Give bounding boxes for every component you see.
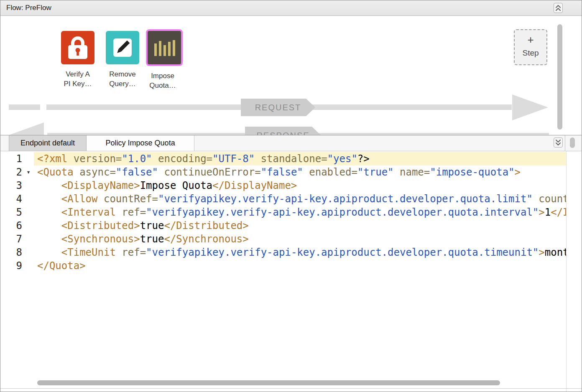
flow-panel-header: Flow: PreFlow bbox=[0, 0, 582, 16]
policy-label-line1: Impose bbox=[140, 71, 186, 81]
line-number: 4 bbox=[0, 192, 25, 206]
line-gutter: 7 bbox=[0, 232, 32, 246]
double-chevron-down-icon bbox=[555, 139, 561, 146]
fold-spacer bbox=[25, 232, 32, 246]
tab-policy-impose-quota[interactable]: Policy Impose Quota bbox=[87, 135, 194, 151]
double-chevron-up-icon bbox=[555, 5, 561, 11]
fold-spacer bbox=[25, 179, 32, 192]
editor-scrollbar-thumb[interactable] bbox=[570, 137, 575, 148]
fold-spacer bbox=[25, 259, 32, 272]
line-gutter: 3 bbox=[0, 179, 32, 192]
editor-horizontal-scrollbar-thumb[interactable] bbox=[37, 380, 500, 385]
code-editor[interactable]: 1<?xml version="1.0" encoding="UTF-8" st… bbox=[0, 151, 582, 392]
line-gutter: 2▾ bbox=[0, 165, 32, 179]
line-gutter: 8 bbox=[0, 246, 32, 259]
verify-api-key-lock-icon bbox=[61, 31, 94, 64]
response-label: RESPONSE bbox=[256, 131, 309, 135]
apigee-flow-editor: Flow: PreFlow Verify A PI Key… bbox=[0, 0, 582, 392]
fold-spacer bbox=[25, 152, 32, 165]
collapse-editor-panel-button[interactable] bbox=[554, 137, 563, 148]
request-flow-bar-segment bbox=[9, 104, 40, 110]
line-number: 5 bbox=[0, 206, 25, 219]
policy-label: Impose Quota… bbox=[140, 71, 186, 90]
code-text[interactable]: <Quota async="false" continueOnError="fa… bbox=[34, 165, 567, 179]
tab-endpoint-default[interactable]: Endpoint default bbox=[9, 135, 87, 151]
editor-right-gutter bbox=[566, 151, 582, 392]
impose-quota-bars-icon bbox=[146, 29, 183, 66]
policy-label: Remove Query… bbox=[100, 69, 146, 89]
tab-bar-divider bbox=[565, 135, 565, 151]
fold-spacer bbox=[25, 192, 32, 206]
policy-label: Verify A PI Key… bbox=[55, 69, 101, 89]
code-lines: 1<?xml version="1.0" encoding="UTF-8" st… bbox=[0, 151, 582, 272]
line-number: 7 bbox=[0, 232, 25, 246]
code-line[interactable]: 6 <Distributed>true</Distributed> bbox=[0, 219, 582, 232]
policy-label-line1: Verify A bbox=[55, 69, 101, 79]
response-band: RESPONSE bbox=[245, 127, 321, 135]
remove-query-pencil-icon bbox=[106, 31, 139, 64]
code-line[interactable]: 7 <Synchronous>true</Synchronous> bbox=[0, 232, 582, 246]
line-gutter: 4 bbox=[0, 192, 32, 206]
editor-tab-bar: Endpoint default Policy Impose Quota bbox=[0, 135, 582, 151]
code-line[interactable]: 4 <Allow countRef="verifyapikey.verify-a… bbox=[0, 192, 582, 206]
line-gutter: 1 bbox=[0, 152, 32, 165]
flow-title: Flow: PreFlow bbox=[0, 4, 51, 12]
request-arrowhead-icon bbox=[512, 94, 548, 120]
code-text[interactable]: </Quota> bbox=[34, 259, 567, 272]
code-text[interactable]: <Distributed>true</Distributed> bbox=[34, 219, 567, 232]
line-number: 6 bbox=[0, 219, 25, 232]
flow-panel-scrollbar-thumb[interactable] bbox=[557, 24, 562, 130]
code-text[interactable]: <Synchronous>true</Synchronous> bbox=[34, 232, 567, 246]
policy-label-line2: PI Key… bbox=[55, 79, 101, 89]
fold-spacer bbox=[25, 206, 32, 219]
code-text[interactable]: <DisplayName>Impose Quota</DisplayName> bbox=[34, 179, 567, 192]
code-text[interactable]: <Allow countRef="verifyapikey.verify-api… bbox=[34, 192, 567, 206]
code-text[interactable]: <?xml version="1.0" encoding="UTF-8" sta… bbox=[34, 152, 567, 165]
code-line[interactable]: 5 <Interval ref="verifyapikey.verify-api… bbox=[0, 206, 582, 219]
line-number: 3 bbox=[0, 179, 25, 192]
add-step-label: Step bbox=[522, 48, 539, 58]
code-line[interactable]: 9</Quota> bbox=[0, 259, 582, 272]
fold-spacer bbox=[25, 246, 32, 259]
policy-impose-quota[interactable]: Impose Quota… bbox=[146, 29, 179, 90]
request-band: REQUEST bbox=[241, 99, 315, 116]
add-step-button-request[interactable]: + Step bbox=[514, 29, 547, 65]
code-text[interactable]: <TimeUnit ref="verifyapikey.verify-api-k… bbox=[34, 246, 567, 259]
code-text[interactable]: <Interval ref="verifyapikey.verify-api-k… bbox=[34, 206, 567, 219]
editor-bottom-border bbox=[0, 388, 582, 389]
response-arrowhead-icon bbox=[8, 122, 44, 135]
line-gutter: 5 bbox=[0, 206, 32, 219]
line-number: 1 bbox=[0, 152, 25, 165]
plus-icon: + bbox=[527, 34, 534, 45]
line-number: 8 bbox=[0, 246, 25, 259]
collapse-flow-panel-button[interactable] bbox=[554, 3, 563, 13]
policy-label-line2: Query… bbox=[100, 79, 146, 89]
code-line[interactable]: 8 <TimeUnit ref="verifyapikey.verify-api… bbox=[0, 246, 582, 259]
policy-verify-api-key[interactable]: Verify A PI Key… bbox=[61, 31, 94, 89]
line-gutter: 6 bbox=[0, 219, 32, 232]
policy-remove-query-param[interactable]: Remove Query… bbox=[106, 31, 139, 89]
request-label: REQUEST bbox=[255, 103, 301, 112]
code-line[interactable]: 3 <DisplayName>Impose Quota</DisplayName… bbox=[0, 179, 582, 192]
line-gutter: 9 bbox=[0, 259, 32, 272]
line-number: 9 bbox=[0, 259, 25, 272]
line-number: 2 bbox=[0, 165, 25, 179]
fold-spacer bbox=[25, 219, 32, 232]
fold-arrow-icon[interactable]: ▾ bbox=[25, 165, 32, 179]
code-line[interactable]: 1<?xml version="1.0" encoding="UTF-8" st… bbox=[0, 152, 582, 165]
policy-label-line1: Remove bbox=[100, 69, 146, 79]
policy-label-line2: Quota… bbox=[140, 81, 186, 90]
code-line[interactable]: 2▾<Quota async="false" continueOnError="… bbox=[0, 165, 582, 179]
flow-canvas: Verify A PI Key… Remove Query… bbox=[0, 16, 582, 135]
